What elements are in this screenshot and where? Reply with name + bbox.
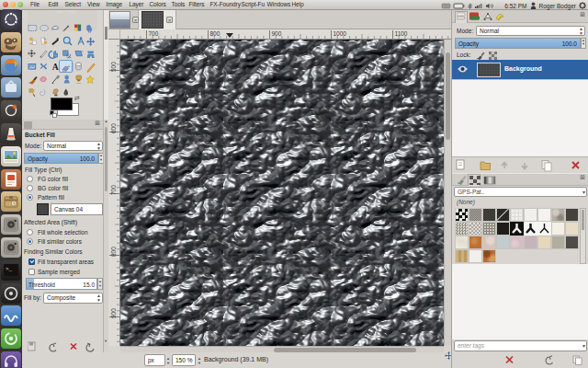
svg-text:700: 700 — [149, 30, 159, 37]
svg-text:900: 900 — [272, 30, 282, 37]
svg-text:800: 800 — [210, 30, 220, 37]
svg-text:700: 700 — [110, 185, 117, 195]
svg-text:500: 500 — [110, 62, 117, 72]
svg-text:1000: 1000 — [334, 30, 347, 37]
svg-text:800: 800 — [110, 247, 117, 257]
svg-text:900: 900 — [110, 308, 117, 318]
svg-text:>_: >_ — [6, 266, 13, 272]
svg-text:1100: 1100 — [395, 30, 408, 37]
svg-text:A: A — [52, 62, 59, 72]
svg-text:600: 600 — [110, 123, 117, 133]
